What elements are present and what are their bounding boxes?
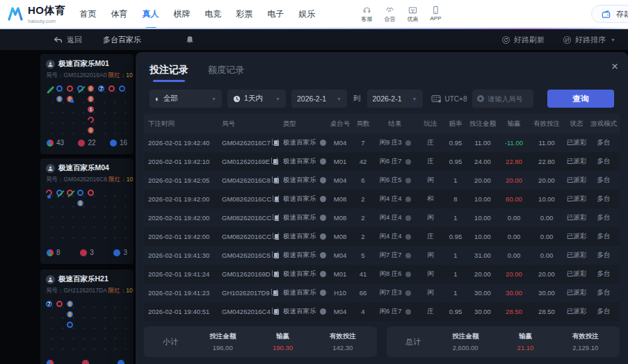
- copy-icon[interactable]: [274, 253, 279, 258]
- filter-bar: ◐ 全部 ▼ 1天内 ▼ 2026-2-1 ▼ 到 2026-2-1 ▼: [136, 83, 628, 108]
- game-panel-meta: 局号：GM04262016C8 限红：10: [40, 173, 134, 184]
- result-detail-icon[interactable]: [405, 178, 411, 183]
- bet-records-modal: × 投注记录 额度记录 ◐ 全部 ▼ 1天内 ▼ 2026-2-1 ▼ 到: [136, 52, 628, 364]
- result-detail-icon[interactable]: [405, 197, 411, 202]
- table-row[interactable]: 2026-02-01 19:41:23 GH10262017D9 极速百家乐 H…: [144, 283, 620, 302]
- road-cell: [77, 200, 83, 206]
- game-type-icon: [320, 158, 326, 165]
- copy-icon[interactable]: [274, 309, 279, 315]
- round-number-input[interactable]: [488, 95, 529, 103]
- brand-logo[interactable]: HO体育 haiouty.com: [7, 4, 66, 24]
- coupon-icon: [408, 6, 417, 15]
- road-cell: [56, 190, 63, 196]
- nav-item-sports[interactable]: 体育: [111, 6, 128, 23]
- roadmap-stats: 8 3 3: [40, 244, 134, 256]
- road-cell: [67, 190, 73, 196]
- road-cell: [119, 85, 125, 92]
- table-row[interactable]: 2026-02-01 19:42:00 GM08262016CC 极速百家乐 M…: [144, 190, 620, 208]
- chevron-down-icon: ▼: [337, 97, 341, 101]
- result-detail-icon[interactable]: [405, 140, 411, 146]
- table-row[interactable]: 2026-02-01 19:41:24 GM012620169D 极速百家乐 M…: [144, 265, 620, 283]
- game-type-icon: [320, 177, 326, 183]
- roadmap: 7: [45, 299, 129, 355]
- round-number-field[interactable]: [472, 90, 533, 108]
- result-detail-icon[interactable]: [405, 159, 411, 165]
- deposit-icon: [602, 10, 611, 19]
- timezone-toggle[interactable]: UTC+8: [431, 94, 467, 103]
- lobby-title: 多台百家乐: [103, 35, 141, 45]
- notifications-button[interactable]: [186, 35, 194, 44]
- search-button[interactable]: 查询: [547, 90, 614, 108]
- banker-count-icon: [80, 249, 87, 256]
- main-nav: 首页 体育 真人 棋牌 电竞 彩票 电子 娱乐: [80, 6, 316, 23]
- table-row[interactable]: 2026-02-01 19:42:40 GM04262016C7 极速百家乐 M…: [144, 133, 620, 152]
- nav-item-lottery[interactable]: 彩票: [236, 6, 253, 23]
- top-navigation-bar: HO体育 haiouty.com 首页 体育 真人 棋牌 电竞 彩票 电子 娱乐…: [0, 0, 628, 28]
- category-icon: ◐: [155, 95, 160, 103]
- nav-item-slots[interactable]: 电子: [268, 6, 284, 23]
- good-road-sort-button[interactable]: 好路排序 ▼: [563, 35, 615, 45]
- table-row[interactable]: 2026-02-01 19:42:00 GM08262016CC 极速百家乐 M…: [144, 208, 620, 227]
- date-to-label: 到: [353, 94, 362, 104]
- nav-item-board-games[interactable]: 棋牌: [174, 6, 191, 23]
- result-detail-icon[interactable]: [405, 272, 411, 277]
- result-detail-icon[interactable]: [405, 253, 411, 258]
- wallet-pill: 存款 |: [591, 5, 628, 23]
- subtotal-box: 小计 投注金额196.00 输赢190.30 有效投注142.30: [144, 326, 377, 357]
- game-type-icon: [320, 196, 326, 202]
- nav-item-entertainment[interactable]: 娱乐: [299, 6, 316, 23]
- app-window: HO体育 haiouty.com 首页 体育 真人 棋牌 电竞 彩票 电子 娱乐…: [0, 0, 628, 364]
- result-detail-icon[interactable]: [405, 290, 411, 296]
- table-row[interactable]: 2026-02-01 19:41:30 GM04262016C5 极速百家乐 M…: [144, 246, 620, 265]
- result-detail-icon[interactable]: [405, 234, 411, 240]
- road-cell: [56, 96, 63, 102]
- nav-item-live[interactable]: 真人: [143, 6, 159, 23]
- app-download-link[interactable]: APP: [430, 6, 442, 23]
- table-row[interactable]: 2026-02-01 19:40:51 GM04262016C4 极速百家乐 M…: [144, 302, 620, 321]
- game-type-icon: [320, 271, 326, 277]
- deposit-button[interactable]: 存款: [616, 9, 628, 19]
- promotions-link[interactable]: 优惠: [408, 6, 419, 23]
- result-detail-icon[interactable]: [405, 215, 411, 221]
- copy-icon[interactable]: [275, 234, 279, 240]
- game-type-icon: [320, 308, 326, 315]
- copy-icon[interactable]: [273, 159, 278, 165]
- result-detail-icon[interactable]: [405, 309, 411, 315]
- back-button[interactable]: 返回: [53, 35, 82, 45]
- game-panel-m01[interactable]: 极速百家乐M01 局号：GM01262016A0 限红：10 76 43 22 …: [40, 54, 134, 154]
- good-road-refresh-button[interactable]: 好路刷新: [501, 35, 545, 45]
- game-panel-meta: 局号：GH21262017DA 限红：10: [40, 284, 134, 295]
- copy-icon[interactable]: [274, 140, 279, 146]
- category-select[interactable]: ◐ 全部 ▼: [150, 90, 222, 108]
- road-cell: [108, 85, 115, 92]
- road-cell: [56, 301, 63, 307]
- date-from-select[interactable]: 2026-2-1 ▼: [291, 90, 347, 108]
- game-type-icon: [320, 290, 326, 296]
- customer-service-link[interactable]: 客服: [362, 6, 373, 23]
- back-arrow-icon: [53, 35, 63, 44]
- modal-tabs: 投注记录 额度记录: [136, 52, 628, 83]
- copy-icon[interactable]: [274, 178, 279, 183]
- copy-icon[interactable]: [275, 197, 279, 202]
- date-to-select[interactable]: 2026-2-1 ▼: [367, 90, 423, 108]
- copy-icon[interactable]: [273, 290, 278, 296]
- nav-item-esports[interactable]: 电竞: [205, 6, 222, 23]
- tab-bet-records[interactable]: 投注记录: [150, 64, 188, 83]
- close-icon[interactable]: ×: [611, 60, 618, 72]
- road-cell: [46, 85, 55, 94]
- table-row[interactable]: 2026-02-01 19:42:10 GM012620169E 极速百家乐 M…: [144, 152, 620, 171]
- table-row[interactable]: 2026-02-01 19:42:00 GM08262016CC 极速百家乐 M…: [144, 227, 620, 246]
- copy-icon[interactable]: [274, 272, 279, 277]
- partnership-link[interactable]: 合营: [385, 6, 396, 23]
- game-panel-h21[interactable]: 极速百家乐H21 局号：GH21262017DA 限红：10 7: [40, 270, 134, 364]
- road-cell: [56, 85, 63, 92]
- game-panel-m04[interactable]: 极速百家乐M04 局号：GM04262016C8 限红：10 8 3 3: [40, 158, 134, 264]
- tab-quota-records[interactable]: 额度记录: [208, 64, 244, 83]
- nav-item-home[interactable]: 首页: [80, 6, 97, 23]
- brand-subtitle: haiouty.com: [28, 18, 66, 24]
- copy-icon[interactable]: [275, 215, 279, 221]
- player-count-icon: [110, 140, 117, 147]
- table-row[interactable]: 2026-02-01 19:42:05 GM04262016C8 极速百家乐 M…: [144, 171, 620, 190]
- road-cell: [67, 301, 73, 307]
- time-range-select[interactable]: 1天内 ▼: [227, 90, 286, 108]
